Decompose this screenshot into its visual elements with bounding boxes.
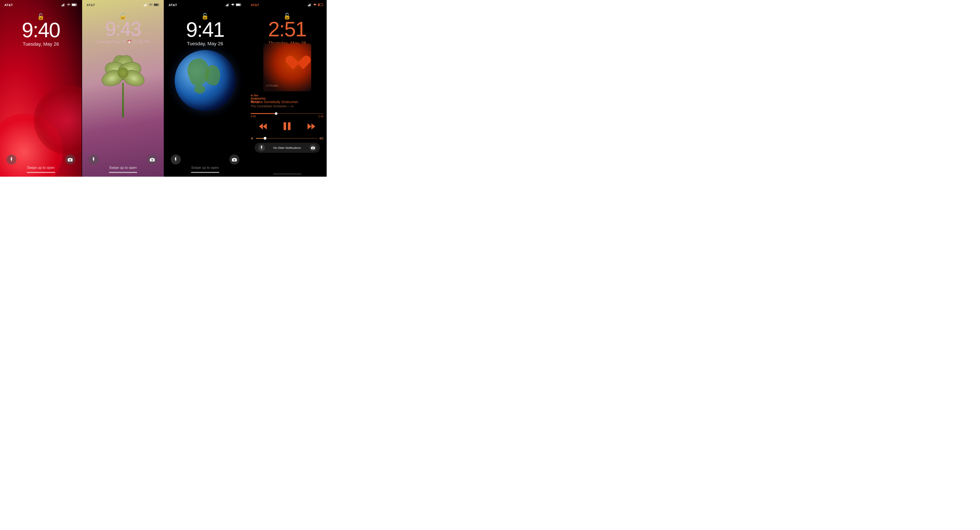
flower-center bbox=[118, 67, 129, 78]
battery-icon-2 bbox=[154, 3, 159, 6]
music-controls bbox=[246, 122, 327, 132]
svg-rect-30 bbox=[308, 5, 309, 6]
status-icons-3 bbox=[226, 3, 242, 6]
camera-button-3[interactable] bbox=[229, 154, 239, 165]
volume-bar[interactable] bbox=[251, 136, 324, 140]
no-notif-camera-icon[interactable] bbox=[309, 144, 317, 151]
rewind-icon bbox=[259, 123, 267, 129]
album-title-overlay: strumm bbox=[266, 84, 278, 87]
svg-marker-27 bbox=[175, 157, 177, 162]
pause-button[interactable] bbox=[283, 122, 291, 132]
wifi-icon-4 bbox=[313, 3, 317, 6]
svg-rect-11 bbox=[145, 4, 145, 6]
progress-times: 0:56 -1:41 bbox=[251, 115, 324, 118]
svg-rect-22 bbox=[228, 4, 228, 6]
wifi-icon-1 bbox=[67, 3, 70, 6]
time-display-4: 2:51 Thursday, May 28 bbox=[246, 19, 327, 46]
status-bar-4: AT&T bbox=[246, 0, 327, 10]
phone-screen-1: AT&T 🔓 9:40 Tuesday, May 26 bbox=[0, 0, 82, 177]
album-art: strumm bbox=[263, 43, 311, 91]
svg-rect-5 bbox=[77, 4, 77, 5]
svg-rect-40 bbox=[288, 122, 291, 130]
time-display-2: 9:43 Tuesday, May 26 ⏰ 10:35 PM bbox=[82, 19, 164, 44]
swipe-line-4 bbox=[273, 173, 301, 175]
svg-rect-1 bbox=[62, 4, 63, 6]
volume-low-icon bbox=[251, 136, 254, 140]
wifi-icon-3 bbox=[231, 3, 235, 6]
battery-icon-3 bbox=[236, 3, 242, 6]
svg-rect-36 bbox=[318, 4, 320, 6]
time-display-3: 9:41 Tuesday, May 26 bbox=[164, 19, 246, 46]
swipe-line-3 bbox=[191, 172, 219, 173]
flashlight-icon-3 bbox=[173, 157, 178, 162]
svg-marker-17 bbox=[93, 157, 94, 162]
phone-screen-2: AT&T 🔓 9:43 Tuesday, May 26 bbox=[82, 0, 164, 177]
earth-sphere bbox=[175, 50, 235, 111]
progress-dot bbox=[275, 112, 277, 115]
pause-icon bbox=[283, 122, 291, 130]
svg-marker-7 bbox=[11, 157, 13, 162]
time-display-1: 9:40 Tuesday, May 26 bbox=[0, 20, 82, 47]
bottom-bar-1: Swipe up to open bbox=[0, 151, 82, 177]
camera-button-1[interactable] bbox=[65, 154, 75, 165]
carrier-label-3: AT&T bbox=[169, 3, 177, 7]
heart-shape bbox=[290, 50, 307, 65]
battery-icon-1 bbox=[72, 3, 77, 6]
carrier-label-1: AT&T bbox=[4, 3, 13, 7]
flashlight-button-1[interactable] bbox=[6, 154, 17, 165]
camera-icon-2 bbox=[150, 157, 154, 162]
wifi-icon-2 bbox=[149, 3, 153, 6]
status-icons-4 bbox=[308, 3, 324, 6]
flower-image bbox=[101, 50, 145, 124]
svg-marker-37 bbox=[263, 123, 267, 129]
signal-icon-2 bbox=[144, 3, 148, 6]
volume-track bbox=[256, 138, 318, 139]
no-notifications-text: No Older Notifications bbox=[265, 146, 309, 149]
svg-rect-32 bbox=[310, 4, 310, 6]
progress-bar[interactable]: 0:56 -1:41 bbox=[251, 113, 324, 118]
album-art-inner: strumm bbox=[263, 43, 311, 91]
svg-rect-21 bbox=[227, 4, 228, 6]
svg-point-29 bbox=[234, 159, 235, 160]
status-bar-3: AT&T bbox=[164, 0, 246, 10]
camera-icon-4 bbox=[311, 146, 315, 149]
earth-image bbox=[175, 50, 235, 111]
forward-button[interactable] bbox=[307, 123, 315, 131]
signal-icon-3 bbox=[226, 3, 230, 6]
signal-icon-4 bbox=[308, 3, 312, 6]
camera-icon-1 bbox=[68, 157, 73, 162]
bottom-icons-1 bbox=[0, 154, 82, 165]
bottom-icons-3 bbox=[164, 154, 246, 165]
svg-rect-33 bbox=[310, 3, 311, 6]
swipe-text-2: Swipe up to open bbox=[109, 166, 137, 170]
time-elapsed: 0:56 bbox=[251, 115, 256, 118]
progress-track bbox=[251, 113, 324, 114]
time-2: 9:43 bbox=[82, 19, 164, 39]
svg-rect-15 bbox=[159, 4, 159, 5]
svg-rect-23 bbox=[228, 3, 229, 6]
svg-rect-39 bbox=[283, 122, 286, 130]
forward-icon bbox=[307, 123, 315, 129]
no-notif-flashlight-icon[interactable] bbox=[258, 144, 265, 151]
swipe-line-2 bbox=[109, 172, 137, 173]
swipe-line-1 bbox=[27, 172, 55, 173]
music-info: To Love Somebody (Instrumen The Countdow… bbox=[246, 100, 327, 108]
svg-rect-12 bbox=[145, 4, 146, 6]
time-1: 9:40 bbox=[0, 20, 82, 40]
song-title: To Love Somebody (Instrumen bbox=[251, 100, 324, 104]
flashlight-button-3[interactable] bbox=[171, 154, 181, 165]
rewind-button[interactable] bbox=[259, 123, 267, 131]
svg-rect-35 bbox=[323, 4, 324, 5]
volume-dot bbox=[264, 137, 267, 140]
flashlight-button-2[interactable] bbox=[89, 154, 99, 165]
camera-button-2[interactable] bbox=[147, 154, 157, 165]
svg-rect-0 bbox=[62, 5, 62, 6]
volume-high-icon bbox=[319, 136, 324, 140]
svg-point-19 bbox=[152, 159, 153, 160]
strumm-label: strumm bbox=[266, 84, 278, 87]
svg-rect-25 bbox=[241, 4, 242, 5]
status-icons-2 bbox=[144, 3, 159, 6]
status-bar-2: AT&T bbox=[82, 0, 164, 10]
bottom-bar-2: Swipe up to open bbox=[82, 151, 164, 177]
date-2: Tuesday, May 26 ⏰ 10:35 PM bbox=[82, 40, 164, 44]
